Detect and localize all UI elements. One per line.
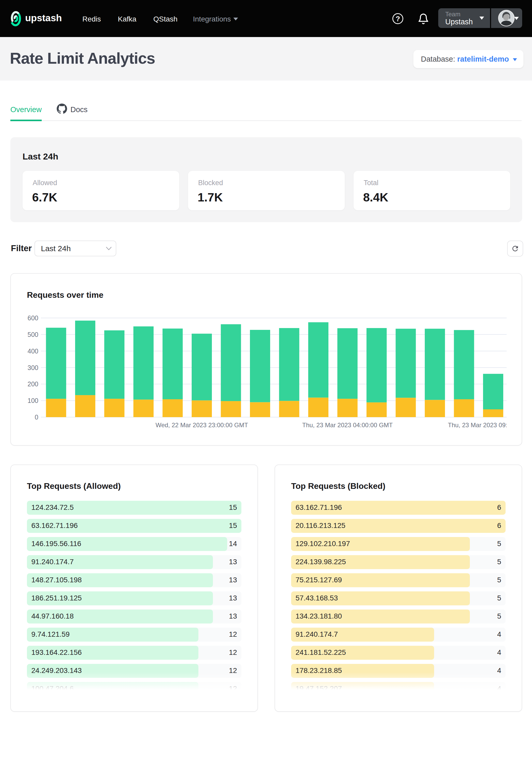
- svg-text:400: 400: [27, 348, 38, 355]
- svg-text:Wed, 22 Mar 2023 23:00:00 GMT: Wed, 22 Mar 2023 23:00:00 GMT: [155, 421, 248, 428]
- svg-text:Thu, 23 Mar 2023 04:00:00 GMT: Thu, 23 Mar 2023 04:00:00 GMT: [302, 421, 393, 428]
- svg-text:Thu, 23 Mar 2023 09:00:00 GMT: Thu, 23 Mar 2023 09:00:00 GMT: [448, 421, 522, 428]
- svg-text:600: 600: [27, 314, 38, 322]
- svg-text:0: 0: [35, 413, 38, 421]
- svg-text:300: 300: [27, 364, 38, 371]
- svg-text:200: 200: [27, 380, 38, 388]
- svg-text:100: 100: [27, 397, 38, 404]
- svg-text:500: 500: [27, 331, 38, 338]
